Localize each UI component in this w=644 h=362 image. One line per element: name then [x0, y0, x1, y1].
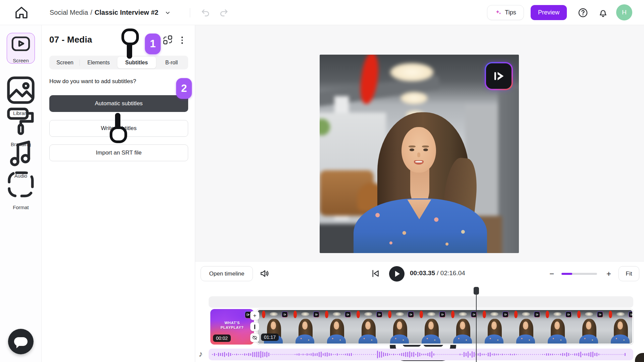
- playplay-badge-icon: [566, 311, 572, 317]
- panel-tabs: Screen Elements Subtitles B-roll: [49, 56, 188, 69]
- home-button[interactable]: [13, 5, 30, 21]
- intro-clip-duration: 00:02: [213, 335, 231, 342]
- playplay-badge-icon: [376, 311, 382, 317]
- format-crop-icon: [3, 167, 38, 202]
- sidebar-item-label: Screen: [13, 58, 29, 63]
- intro-clip[interactable]: WHAT'S PLAYPLAY? 00:02: [210, 309, 254, 345]
- play-icon: [395, 271, 400, 277]
- tab-screen[interactable]: Screen: [50, 57, 79, 68]
- home-icon: [13, 5, 30, 21]
- subtitles-track[interactable]: [209, 296, 633, 308]
- playplay-logo-icon: [491, 69, 506, 83]
- hide-clip-button[interactable]: [250, 333, 259, 342]
- bell-icon: [598, 7, 608, 18]
- current-time: 00:03.35: [410, 269, 435, 277]
- speaker-icon: [259, 268, 270, 279]
- paint-roller-icon: [3, 104, 38, 139]
- library-icon: [3, 73, 38, 108]
- sidebar-item-label: Format: [13, 204, 29, 210]
- preview-stage: [195, 25, 644, 261]
- tutorial-step-badge-1: 1: [145, 34, 161, 54]
- preview-button[interactable]: Preview: [531, 5, 567, 20]
- automatic-subtitles-button[interactable]: Automatic subtitles: [49, 95, 188, 112]
- import-srt-button[interactable]: Import an SRT file: [49, 144, 188, 161]
- audio-track[interactable]: [209, 349, 633, 360]
- add-clip-button[interactable]: +: [250, 311, 259, 320]
- audio-track-icon: ♪: [199, 349, 203, 359]
- avatar[interactable]: H: [616, 4, 632, 20]
- playplay-logo-watermark: [485, 62, 513, 90]
- breadcrumb-folder: Social Media: [50, 9, 88, 16]
- playhead-handle[interactable]: [474, 287, 479, 295]
- video-thumbnail: [447, 310, 478, 344]
- undo-icon: [200, 7, 211, 18]
- help-icon: [578, 7, 588, 18]
- sidebar-item-format[interactable]: Format: [3, 167, 38, 210]
- eye-off-icon: [252, 335, 258, 341]
- playplay-badge-icon: [439, 311, 445, 317]
- video-thumbnail: [573, 310, 604, 344]
- tab-subtitles[interactable]: Subtitles: [117, 57, 156, 68]
- video-thumbnail: [478, 310, 510, 344]
- chevron-down-icon[interactable]: [164, 9, 171, 16]
- video-thumbnail: [289, 310, 321, 344]
- playplay-badge-icon: [597, 311, 603, 317]
- intro-clip-title: WHAT'S PLAYPLAY?: [210, 320, 254, 330]
- video-thumbnail: [415, 310, 447, 344]
- sidebar-item-screen[interactable]: Screen: [7, 33, 35, 64]
- split-clip-button[interactable]: [250, 322, 259, 331]
- tips-button[interactable]: Tips: [487, 5, 524, 20]
- volume-button[interactable]: [259, 268, 270, 279]
- notifications-button[interactable]: [598, 7, 608, 18]
- swap-icon: [162, 35, 173, 45]
- skip-start-icon: [370, 268, 381, 279]
- playplay-badge-icon: [313, 311, 319, 317]
- kebab-icon: [181, 37, 183, 38]
- tips-label: Tips: [505, 9, 516, 16]
- media-panel: 07 - Media Screen Elements Subtitles B-r…: [42, 25, 195, 362]
- tutorial-step-badge-2: 2: [176, 78, 192, 99]
- open-timeline-button[interactable]: Open timeline: [201, 266, 253, 281]
- chat-bubble-icon: [14, 337, 28, 346]
- chat-support-button[interactable]: [8, 329, 34, 354]
- timeline-zoom-slider[interactable]: [561, 273, 597, 275]
- video-thumbnail: [352, 310, 384, 344]
- replace-media-button[interactable]: [162, 35, 173, 45]
- toolbar-divider: [190, 8, 190, 17]
- playplay-editor: Social Media / Classic Interview #2 Tips…: [0, 0, 644, 362]
- transport-controls: Open timeline 00:03.35 / 02:16.04 − + Fi…: [195, 261, 644, 286]
- playplay-badge-icon: [408, 311, 414, 317]
- project-title: Classic Interview #2: [95, 9, 158, 16]
- video-clip-duration: 01:17: [261, 334, 279, 341]
- skip-to-start-button[interactable]: [370, 268, 381, 279]
- tutorial-hand-cursor-2: [110, 126, 127, 143]
- tab-elements[interactable]: Elements: [80, 57, 117, 68]
- zoom-in-button[interactable]: +: [604, 269, 614, 279]
- video-thumbnail: [510, 310, 541, 344]
- playplay-badge-icon: [502, 311, 508, 317]
- video-preview[interactable]: [320, 55, 519, 253]
- playplay-badge-icon: [282, 311, 288, 317]
- zoom-out-button[interactable]: −: [547, 269, 557, 279]
- panel-title: 07 - Media: [49, 35, 92, 45]
- sparkles-icon: [495, 9, 502, 16]
- split-icon: [254, 324, 255, 329]
- redo-button[interactable]: [218, 7, 229, 18]
- playplay-badge-icon: [345, 311, 351, 317]
- subtitles-question: How do you want to add subtitles?: [49, 78, 136, 85]
- fit-button[interactable]: Fit: [619, 266, 639, 281]
- breadcrumb[interactable]: Social Media / Classic Interview #2: [50, 0, 171, 25]
- undo-button[interactable]: [200, 7, 211, 18]
- top-bar: Social Media / Classic Interview #2 Tips…: [0, 0, 644, 25]
- time-display: 00:03.35 / 02:16.04: [410, 269, 465, 277]
- playhead[interactable]: [476, 287, 477, 362]
- breadcrumb-separator: /: [91, 9, 93, 16]
- video-thumbnail: [541, 310, 573, 344]
- play-button[interactable]: [389, 266, 405, 282]
- redo-icon: [218, 7, 229, 18]
- panel-menu-button[interactable]: [178, 35, 186, 46]
- help-button[interactable]: [578, 7, 588, 18]
- video-clip[interactable]: 01:17: [257, 309, 633, 345]
- video-clip-thumbnails: [258, 310, 632, 344]
- tab-broll[interactable]: B-roll: [156, 57, 187, 68]
